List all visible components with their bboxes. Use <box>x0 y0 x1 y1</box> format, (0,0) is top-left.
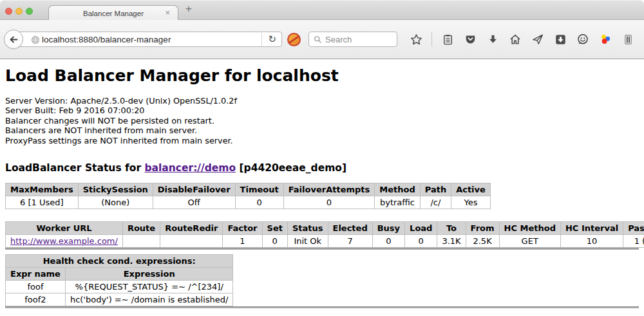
disablefailover-value: Off <box>153 196 235 209</box>
column-header: DisableFailover <box>153 183 235 196</box>
globe-icon <box>30 35 41 45</box>
table-row: 6 [1 Used] (None) Off 0 0 bytraffic /c/ … <box>6 196 491 209</box>
server-info: Server Version: Apache/2.5.0-dev (Unix) … <box>5 96 639 145</box>
column-header: Passes <box>623 222 644 235</box>
search-bar[interactable] <box>308 32 397 47</box>
hc-method-value: GET <box>499 235 560 248</box>
balancer-settings-table: MaxMembers StickySession DisableFailover… <box>5 183 491 209</box>
column-header: Busy <box>372 222 404 235</box>
stickysession-value: (None) <box>78 196 153 209</box>
table-header-row: Worker URL Route RouteRedir Factor Set S… <box>6 222 644 235</box>
balancers-warning-line: Balancers are NOT inherited from main se… <box>5 125 639 135</box>
back-button[interactable] <box>4 30 23 49</box>
bookmark-star-icon[interactable] <box>409 32 423 46</box>
column-header: HC Method <box>499 222 560 235</box>
downloads-icon[interactable] <box>486 32 500 46</box>
page-title: Load Balancer Manager for localhost <box>5 59 639 85</box>
divider <box>5 248 639 250</box>
column-header: Path <box>420 183 451 196</box>
proxypass-warning-line: ProxyPass settings are NOT inherited fro… <box>5 136 639 145</box>
table-header-row: Expr name Expression <box>6 268 233 281</box>
column-header: Factor <box>223 222 262 235</box>
column-header: FailoverAttempts <box>283 183 375 196</box>
column-header: Timeout <box>235 183 283 196</box>
busy-value: 0 <box>372 235 404 248</box>
colored-dots-extension-icon[interactable] <box>598 32 612 46</box>
column-header: From <box>466 222 499 235</box>
route-value <box>122 235 160 248</box>
set-value: 0 <box>262 235 287 248</box>
elected-value: 7 <box>328 235 372 248</box>
column-header: RouteRedir <box>160 222 223 235</box>
extension-download-icon[interactable] <box>553 32 567 46</box>
server-version-line: Server Version: Apache/2.5.0-dev (Unix) … <box>5 96 639 106</box>
pocket-icon[interactable] <box>463 32 477 46</box>
status-value: Init Ok <box>287 235 328 248</box>
tab-title: Balancer Manager <box>83 10 144 17</box>
path-value: /c/ <box>420 196 451 209</box>
column-header: Set <box>262 222 287 235</box>
close-window-button[interactable] <box>5 8 12 15</box>
minimize-window-button[interactable] <box>15 8 23 15</box>
send-plane-icon[interactable] <box>531 32 545 46</box>
tab-close-icon[interactable]: × <box>165 8 170 17</box>
server-built-line: Server Built: Feb 9 2016 07:00:20 <box>5 106 639 115</box>
expr-name-value: foof2 <box>6 293 66 306</box>
loadbalancer-status-heading: LoadBalancer Status for balancer://demo … <box>5 162 639 174</box>
table-row: foof %{REQUEST_STATUS} =~ /^[234]/ <box>6 281 233 293</box>
failoverattempts-value: 0 <box>283 196 375 209</box>
url-text[interactable]: localhost:8880/balancer-manager <box>33 35 171 44</box>
search-icon[interactable] <box>313 35 323 44</box>
column-header: Active <box>451 183 491 196</box>
worker-url-link[interactable]: http://www.example.com/ <box>10 236 118 246</box>
table-header-row: MaxMembers StickySession DisableFailover… <box>6 183 491 196</box>
timeout-value: 0 <box>235 196 283 209</box>
worker-row: http://www.example.com/ 1 0 Init Ok 7 0 … <box>6 235 644 248</box>
back-icon <box>8 34 19 45</box>
tab-bar: Balancer Manager × + <box>0 0 644 20</box>
battery-extension-icon[interactable] <box>621 32 635 46</box>
expression-value: hc('body') =~ /domain is established/ <box>65 293 233 306</box>
browser-window: Balancer Manager × + localhost:8880/bala… <box>0 0 644 316</box>
load-value: 0 <box>405 235 437 248</box>
search-input[interactable] <box>325 35 390 44</box>
new-tab-button[interactable]: + <box>185 3 192 15</box>
routeredir-value <box>160 235 223 248</box>
factor-value: 1 <box>223 235 262 248</box>
zoom-window-button[interactable] <box>26 8 33 15</box>
expression-value: %{REQUEST_STATUS} =~ /^[234]/ <box>65 281 233 293</box>
divider <box>5 306 639 308</box>
column-header: Method <box>375 183 420 196</box>
from-value: 2.5K <box>466 235 499 248</box>
reload-icon[interactable]: ↻ <box>261 33 276 46</box>
worker-url-cell: http://www.example.com/ <box>6 235 123 248</box>
column-header: HC Interval <box>560 222 623 235</box>
maxmembers-value: 6 [1 Used] <box>6 196 79 209</box>
column-header: Expr name <box>6 268 66 281</box>
table-row: foof2 hc('body') =~ /domain is establish… <box>6 293 233 306</box>
tab-balancer-manager[interactable]: Balancer Manager × <box>48 5 178 21</box>
column-header: Worker URL <box>6 222 123 235</box>
health-check-table: Health check cond. expressions: Expr nam… <box>5 254 233 306</box>
table-title-row: Health check cond. expressions: <box>6 255 233 268</box>
smiley-extension-icon[interactable] <box>576 32 590 46</box>
home-icon[interactable] <box>508 32 522 46</box>
url-bar[interactable]: localhost:8880/balancer-manager ↻ <box>15 32 282 47</box>
url-group: localhost:8880/balancer-manager ↻ <box>6 32 282 47</box>
to-value: 3.1K <box>437 235 466 248</box>
clipboard-icon[interactable] <box>440 32 455 46</box>
column-header: Expression <box>65 268 233 281</box>
hc-interval-value: 10 <box>560 235 623 248</box>
window-controls <box>5 8 33 15</box>
passes-value: 1 (0) <box>623 235 644 248</box>
balancer-demo-link[interactable]: balancer://demo <box>144 162 236 174</box>
navigation-toolbar: localhost:8880/balancer-manager ↻ <box>0 20 644 59</box>
column-header: Status <box>287 222 328 235</box>
column-header: To <box>437 222 466 235</box>
column-header: MaxMembers <box>6 183 79 196</box>
active-value: Yes <box>451 196 491 209</box>
plugin-blocked-icon[interactable] <box>287 33 301 46</box>
column-header: StickySession <box>78 183 153 196</box>
column-header: Load <box>405 222 437 235</box>
persist-warning-line: Balancer changes will NOT be persisted o… <box>5 116 639 125</box>
